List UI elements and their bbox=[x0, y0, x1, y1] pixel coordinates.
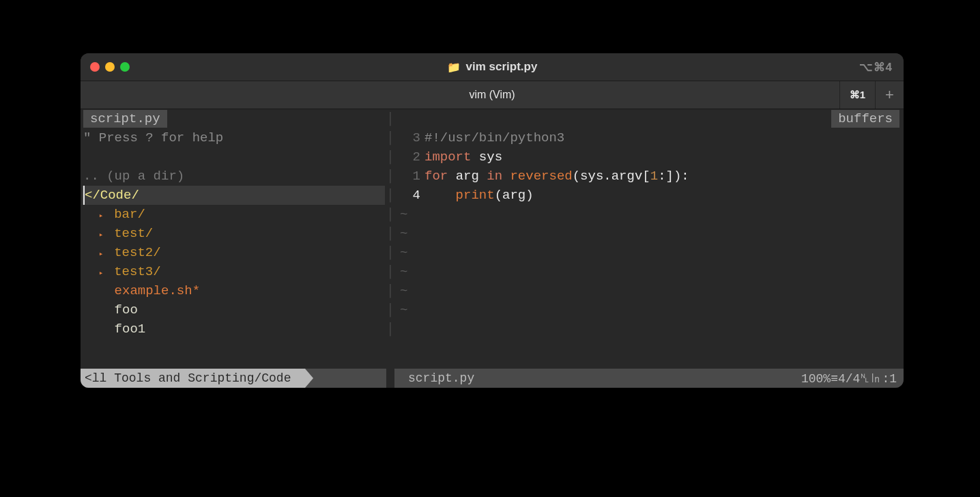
line-number: 1 bbox=[396, 167, 424, 186]
status-right-pane: script.py 100%≡4/4␤㏑:1 bbox=[394, 369, 904, 388]
window-close-button[interactable] bbox=[90, 62, 100, 72]
scrollbar[interactable] bbox=[894, 180, 902, 388]
window-minimize-button[interactable] bbox=[105, 62, 115, 72]
window-title: 📁 vim script.py bbox=[447, 60, 538, 74]
tree-item[interactable]: example.sh* bbox=[82, 281, 385, 300]
tab-hotkey: ⌘1 bbox=[839, 81, 875, 109]
tree-item[interactable]: ▸ test/ bbox=[82, 224, 385, 243]
line-number: 2 bbox=[396, 147, 424, 167]
code-line[interactable]: 3#!/usr/bin/python3 bbox=[396, 128, 902, 147]
window-title-text: vim script.py bbox=[466, 60, 538, 74]
code-line[interactable]: 1for arg in reversed(sys.argv[1:]): bbox=[396, 167, 902, 186]
current-dir[interactable]: </Code/ bbox=[82, 186, 385, 205]
empty-line-tilde: ~ bbox=[396, 262, 902, 281]
empty-line-tilde: ~ bbox=[396, 224, 902, 243]
right-tab-label[interactable]: buffers bbox=[831, 110, 899, 128]
terminal-window: 📁 vim script.py ⌥⌘4 vim (Vim) ⌘1 + scrip… bbox=[81, 53, 904, 388]
tree-item[interactable]: ▸ test2/ bbox=[82, 243, 385, 262]
code-pane[interactable]: buffers 3#!/usr/bin/python32import sys1f… bbox=[394, 109, 904, 369]
chevron-right-icon: ▸ bbox=[99, 264, 106, 283]
vertical-divider: ││││││││││││ bbox=[386, 109, 394, 369]
code-line[interactable]: 4 print(arg) bbox=[396, 186, 902, 205]
empty-line-tilde: ~ bbox=[396, 205, 902, 224]
left-pane-header: script.py bbox=[81, 109, 386, 128]
line-number: 3 bbox=[396, 128, 424, 147]
chevron-right-icon: ▸ bbox=[99, 206, 106, 225]
status-left-pane: <ll Tools and Scripting/Code bbox=[81, 369, 386, 388]
code-text: #!/usr/bin/python3 bbox=[424, 128, 902, 147]
chevron-right-icon: ▸ bbox=[99, 225, 106, 244]
code-text: for arg in reversed(sys.argv[1:]): bbox=[424, 167, 902, 186]
statusbar: <ll Tools and Scripting/Code script.py 1… bbox=[81, 369, 904, 388]
tree-item[interactable]: ▸ bar/ bbox=[82, 205, 385, 224]
editor-main: script.py " Press ? for help .. (up a di… bbox=[81, 109, 904, 369]
empty-line-tilde: ~ bbox=[396, 243, 902, 262]
status-filename: script.py bbox=[394, 371, 801, 385]
new-tab-button[interactable]: + bbox=[875, 81, 904, 109]
tabbar: vim (Vim) ⌘1 + bbox=[81, 81, 904, 109]
tree-item[interactable]: foo1 bbox=[82, 320, 385, 339]
empty-line-tilde: ~ bbox=[396, 281, 902, 300]
help-hint: " Press ? for help bbox=[82, 128, 385, 147]
up-dir[interactable]: .. (up a dir) bbox=[82, 167, 385, 186]
code-body[interactable]: 3#!/usr/bin/python32import sys1for arg i… bbox=[394, 128, 904, 369]
status-position: 100%≡4/4␤㏑:1 bbox=[801, 370, 904, 386]
left-tab-label[interactable]: script.py bbox=[83, 110, 167, 128]
nerdtree-body[interactable]: " Press ? for help .. (up a dir) </Code/… bbox=[81, 128, 386, 369]
tabbar-right: ⌘1 + bbox=[839, 81, 904, 109]
empty-line-tilde: ~ bbox=[396, 300, 902, 320]
window-maximize-button[interactable] bbox=[120, 62, 130, 72]
code-text: print(arg) bbox=[424, 186, 902, 205]
folder-icon: 📁 bbox=[447, 61, 461, 74]
tab-label[interactable]: vim (Vim) bbox=[469, 89, 515, 101]
traffic-lights bbox=[90, 62, 130, 72]
status-path: <ll Tools and Scripting/Code bbox=[81, 369, 305, 388]
tree-item[interactable]: ▸ test3/ bbox=[82, 262, 385, 281]
window-hotkey-indicator: ⌥⌘4 bbox=[859, 60, 893, 74]
code-text: import sys bbox=[424, 147, 902, 167]
line-number: 4 bbox=[396, 186, 424, 205]
titlebar: 📁 vim script.py ⌥⌘4 bbox=[81, 53, 904, 81]
nerdtree-pane[interactable]: script.py " Press ? for help .. (up a di… bbox=[81, 109, 386, 369]
code-line[interactable]: 2import sys bbox=[396, 147, 902, 167]
chevron-right-icon: ▸ bbox=[99, 244, 106, 264]
tree-item[interactable]: foo bbox=[82, 300, 385, 320]
right-pane-header: buffers bbox=[394, 109, 904, 128]
blank-line bbox=[82, 147, 385, 167]
